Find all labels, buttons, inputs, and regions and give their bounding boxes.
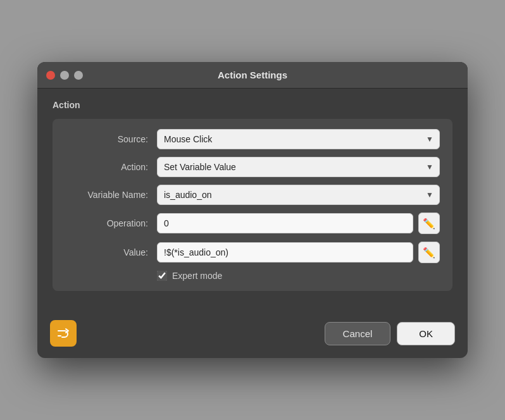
- value-label: Value:: [65, 247, 157, 257]
- source-control-wrap: Mouse Click Key Press Timer ▼: [157, 129, 440, 149]
- value-edit-icon: ✏️: [423, 247, 435, 259]
- source-select[interactable]: Mouse Click Key Press Timer: [157, 129, 440, 149]
- close-button[interactable]: [46, 71, 55, 80]
- operation-row: Operation: ✏️: [65, 213, 440, 234]
- action-icon-button[interactable]: [50, 320, 77, 347]
- footer-left: [50, 320, 77, 347]
- action-select[interactable]: Set Variable Value Play Sound Show Messa…: [157, 157, 440, 177]
- variable-name-label: Variable Name:: [65, 190, 157, 200]
- footer-right: Cancel OK: [325, 322, 455, 345]
- variable-name-select[interactable]: is_audio_on is_video_on counter: [157, 185, 440, 205]
- window-controls: [46, 71, 83, 80]
- maximize-button[interactable]: [74, 71, 83, 80]
- minimize-button[interactable]: [60, 71, 69, 80]
- source-row: Source: Mouse Click Key Press Timer ▼: [65, 129, 440, 149]
- variable-name-row: Variable Name: is_audio_on is_video_on c…: [65, 185, 440, 205]
- expert-mode-checkbox[interactable]: [157, 271, 167, 281]
- variable-name-select-wrapper: is_audio_on is_video_on counter ▼: [157, 185, 440, 205]
- source-label: Source:: [65, 134, 157, 144]
- value-input[interactable]: [157, 242, 413, 262]
- dialog-footer: Cancel OK: [37, 312, 468, 358]
- action-select-wrapper: Set Variable Value Play Sound Show Messa…: [157, 157, 440, 177]
- dialog-body: Action Source: Mouse Click Key Press Tim…: [37, 89, 468, 312]
- action-row: Action: Set Variable Value Play Sound Sh…: [65, 157, 440, 177]
- title-bar: Action Settings: [37, 62, 468, 89]
- operation-edit-icon: ✏️: [423, 218, 435, 230]
- variable-name-control-wrap: is_audio_on is_video_on counter ▼: [157, 185, 440, 205]
- form-area: Source: Mouse Click Key Press Timer ▼ Ac…: [53, 119, 452, 291]
- cancel-button[interactable]: Cancel: [325, 322, 391, 345]
- section-label: Action: [53, 100, 452, 110]
- expert-mode-row: Expert mode: [65, 271, 440, 281]
- operation-input[interactable]: [157, 213, 413, 233]
- dialog-title: Action Settings: [218, 70, 287, 80]
- value-edit-button[interactable]: ✏️: [418, 242, 440, 263]
- source-select-wrapper: Mouse Click Key Press Timer ▼: [157, 129, 440, 149]
- action-settings-dialog: Action Settings Action Source: Mouse Cli…: [37, 62, 468, 358]
- value-control-wrap: ✏️: [157, 242, 440, 263]
- action-control-wrap: Set Variable Value Play Sound Show Messa…: [157, 157, 440, 177]
- operation-edit-button[interactable]: ✏️: [418, 213, 440, 234]
- value-row: Value: ✏️: [65, 242, 440, 263]
- operation-label: Operation:: [65, 218, 157, 228]
- action-label: Action:: [65, 162, 157, 172]
- shuffle-icon: [56, 326, 70, 340]
- expert-mode-label: Expert mode: [172, 271, 222, 281]
- operation-control-wrap: ✏️: [157, 213, 440, 234]
- ok-button[interactable]: OK: [397, 322, 455, 345]
